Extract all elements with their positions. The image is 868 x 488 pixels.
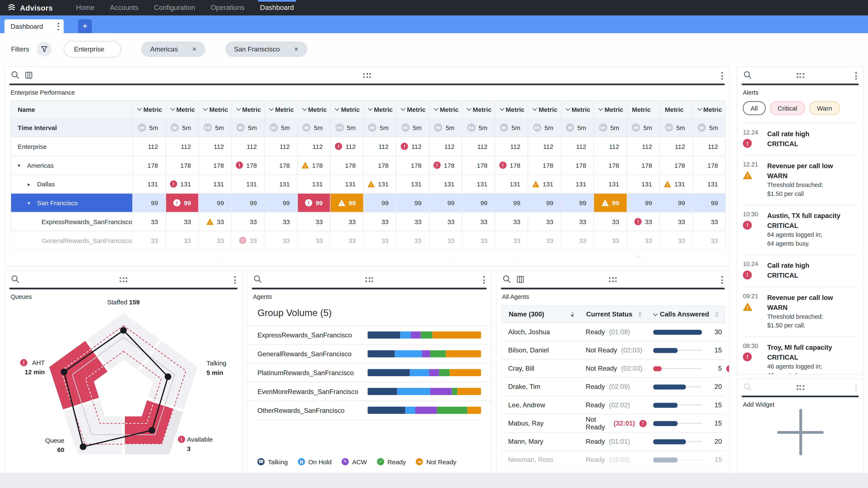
table-row[interactable]: ExpressRewards_SanFrancisco3333!33333333…	[10, 213, 726, 231]
metric-header-cell[interactable]: Metric	[396, 101, 429, 118]
interval-cell[interactable]: 5m	[396, 119, 429, 137]
table-row[interactable]: ▸Dallas131!131131131131131131!1311311311…	[10, 175, 726, 194]
metric-header-cell[interactable]: Metric	[528, 101, 561, 118]
brand[interactable]: Advisors	[7, 3, 53, 12]
metric-header-cell[interactable]: Metric	[462, 101, 495, 118]
row-name-cell[interactable]: ▾Americas	[11, 156, 133, 174]
interval-cell[interactable]: 5m	[462, 119, 495, 137]
interval-swap-icon[interactable]	[566, 124, 574, 132]
interval-swap-icon[interactable]	[533, 124, 541, 132]
group-volume-row[interactable]: GeneralRewards_SanFrancisco	[248, 344, 491, 363]
toggle-open-icon[interactable]: ▾	[18, 162, 23, 168]
interval-cell[interactable]: 5m	[693, 119, 725, 137]
interval-cell[interactable]: 5m	[594, 119, 627, 137]
nav-item-operations[interactable]: Operations	[203, 0, 252, 15]
nav-item-home[interactable]: Home	[68, 0, 102, 15]
interval-cell[interactable]: 5m	[429, 119, 462, 137]
alert-item[interactable]: 10:30!Austin, TX full capacityCRITICAL64…	[743, 205, 858, 254]
search-icon[interactable]	[11, 275, 19, 283]
sort-icon[interactable]	[715, 312, 719, 317]
group-volume-row[interactable]: ExpressRewards_SanFrancisco	[248, 325, 491, 344]
agent-row[interactable]: Lee, AndrewReady (02:02)15	[502, 396, 725, 414]
interval-swap-icon[interactable]	[170, 124, 179, 132]
column-header-name-[interactable]: Name (300)	[502, 306, 580, 323]
filter-chip-san-franscisco[interactable]: San Franscisco×	[225, 41, 307, 57]
metric-header-cell[interactable]: Metric	[166, 101, 198, 118]
interval-swap-icon[interactable]	[269, 124, 278, 132]
alert-filter-all[interactable]: All	[743, 101, 766, 115]
metric-header-cell[interactable]: Metric	[594, 101, 627, 118]
row-name-cell[interactable]: Queues	[11, 250, 133, 266]
toggle-open-icon[interactable]: ▾	[28, 200, 33, 205]
interval-cell[interactable]: 5m	[364, 119, 396, 137]
metric-header-cell[interactable]: Metric	[429, 101, 462, 118]
nav-item-dashboard[interactable]: Dashboard	[252, 0, 302, 15]
search-icon[interactable]	[11, 71, 19, 79]
interval-cell[interactable]: 5m	[265, 119, 298, 137]
metric-header-cell[interactable]: Metric	[495, 101, 528, 118]
widget-menu-icon[interactable]	[854, 71, 858, 81]
drag-handle-icon[interactable]	[609, 277, 617, 282]
nav-item-accounts[interactable]: Accounts	[102, 0, 146, 15]
interval-cell[interactable]: 5m	[528, 119, 561, 137]
interval-swap-icon[interactable]	[664, 124, 673, 132]
interval-swap-icon[interactable]	[500, 124, 508, 132]
interval-swap-icon[interactable]	[302, 124, 310, 132]
drag-handle-icon[interactable]	[120, 277, 127, 282]
drag-handle-icon[interactable]	[796, 385, 804, 390]
column-header-calls-answered[interactable]: Calls Answered	[647, 306, 724, 323]
metric-header-cell[interactable]: Metric	[561, 101, 594, 118]
chip-close-icon[interactable]: ×	[294, 45, 298, 53]
interval-cell[interactable]: 5m	[331, 119, 364, 137]
drag-handle-icon[interactable]	[365, 277, 373, 282]
interval-swap-icon[interactable]	[368, 124, 376, 132]
interval-cell[interactable]: 5m	[627, 119, 660, 137]
interval-swap-icon[interactable]	[698, 124, 706, 132]
sort-icon[interactable]	[638, 312, 642, 317]
interval-swap-icon[interactable]	[401, 124, 409, 132]
search-icon[interactable]	[503, 275, 511, 283]
row-name-cell[interactable]: ▾San Francisco	[11, 194, 133, 212]
table-row[interactable]: ▾Americas178178178!178178!178178178178!1…	[10, 156, 726, 175]
interval-cell[interactable]: 5m	[298, 119, 330, 137]
interval-swap-icon[interactable]	[599, 124, 607, 132]
group-volume-row[interactable]: PlatinumRewards_SanFrancisco	[248, 363, 491, 382]
row-name-cell[interactable]: Enterprise	[11, 137, 133, 156]
interval-cell[interactable]: 5m	[231, 119, 265, 137]
columns-icon[interactable]	[517, 275, 524, 283]
interval-cell[interactable]: 5m	[495, 119, 528, 137]
metric-header-cell[interactable]: Metric	[364, 101, 396, 118]
widget-menu-icon[interactable]	[720, 71, 724, 81]
metric-header-cell[interactable]: Metric	[298, 101, 330, 118]
interval-swap-icon[interactable]	[632, 124, 640, 132]
metric-header-cell[interactable]: Metric	[693, 101, 725, 118]
group-volume-row[interactable]: OtherRewards_SanFrancisco	[248, 400, 491, 419]
interval-cell[interactable]: 5m	[166, 119, 198, 137]
toggle-closed-icon[interactable]: ▸	[28, 181, 33, 187]
drag-handle-icon[interactable]	[363, 73, 371, 78]
table-row[interactable]: Queues333333333333333333333333333333!333…	[10, 250, 726, 266]
table-row[interactable]: GeneralRewards_SanFrancisco333333!333333…	[10, 231, 726, 250]
agent-row[interactable]: Mabus, RayNot Ready (32:01)!15	[502, 415, 725, 433]
interval-swap-icon[interactable]	[204, 124, 212, 132]
interval-swap-icon[interactable]	[467, 124, 475, 132]
alert-item[interactable]: 09:21!Revenue per call lowWARNThreshold …	[743, 286, 858, 336]
interval-swap-icon[interactable]	[137, 124, 146, 132]
alert-item[interactable]: 08:30!Troy, MI full capacityCRITICAL46 a…	[743, 336, 858, 375]
alert-item[interactable]: 12.21!Revenue per call lowWARNThreshold …	[743, 155, 858, 205]
agent-row[interactable]: Drake, TimReady (02:09)20	[502, 378, 725, 396]
chip-close-icon[interactable]: ×	[192, 45, 196, 53]
filter-select-enterprise[interactable]: Enterprise	[64, 41, 122, 57]
column-header-current-status[interactable]: Current Status	[580, 306, 647, 323]
drag-handle-icon[interactable]	[796, 73, 804, 78]
interval-cell[interactable]: 5m	[660, 119, 693, 137]
table-row[interactable]: Enterprise112112112112112112!112112!1121…	[10, 137, 726, 156]
search-icon[interactable]	[743, 71, 752, 79]
tab-dashboard[interactable]: Dashboard	[4, 19, 64, 33]
interval-cell[interactable]: 5m	[133, 119, 166, 137]
metric-header-cell[interactable]: Metric	[265, 101, 298, 118]
interval-cell[interactable]: 5m	[199, 119, 231, 137]
metric-header-cell[interactable]: Metric	[231, 101, 265, 118]
row-name-cell[interactable]: GeneralRewards_SanFrancisco	[11, 231, 133, 250]
row-name-cell[interactable]: ▸Dallas	[11, 175, 133, 193]
